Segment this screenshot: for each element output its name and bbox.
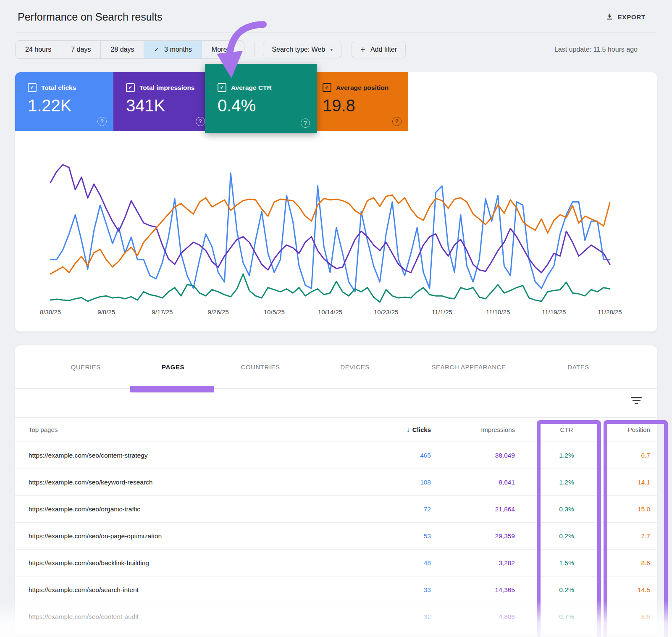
page-url-link[interactable]: https://example.com/seo/content-strategy <box>15 452 364 459</box>
date-range-3-months[interactable]: ✓3 months <box>144 41 201 58</box>
ctr-value: 1.2% <box>541 452 592 459</box>
column-header-impressions[interactable]: Impressions <box>431 426 515 433</box>
position-value: 14.5 <box>602 586 657 594</box>
ctr-value: 0.2% <box>541 586 592 594</box>
x-axis-tick-label: 8/30/25 <box>40 308 61 316</box>
table-row[interactable]: https://example.com/seo/backlink-buildin… <box>15 550 657 576</box>
search-type-dropdown[interactable]: Search type: Web ▾ <box>263 41 341 58</box>
dimensions-panel: QUERIESPAGESCOUNTRIESDEVICESSEARCH APPEA… <box>15 345 657 634</box>
metric-card-average-ctr[interactable]: ✓Average CTR0.4%? <box>205 64 317 133</box>
last-update-text: Last update: 11.5 hours ago <box>554 46 638 53</box>
column-header-top-pages[interactable]: Top pages <box>15 426 364 433</box>
x-axis-tick-label: 9/26/25 <box>208 308 229 316</box>
metric-checkbox-checked[interactable]: ✓ <box>218 83 226 92</box>
metric-card-label: Total impressions <box>139 84 195 92</box>
tab-queries[interactable]: QUERIES <box>71 345 100 388</box>
help-icon[interactable]: ? <box>301 118 310 128</box>
table-row[interactable]: https://example.com/seo/search-intent331… <box>15 576 657 603</box>
date-range-28-days[interactable]: 28 days <box>100 41 144 58</box>
impressions-value: 29,359 <box>431 532 515 540</box>
ctr-value: 0.3% <box>541 505 592 513</box>
x-axis-tick-label: 9/17/25 <box>152 308 173 316</box>
chevron-down-icon: ▾ <box>232 47 234 53</box>
export-button[interactable]: EXPORT <box>606 13 646 22</box>
metric-checkbox-checked[interactable]: ✓ <box>323 83 331 92</box>
table-filter-row <box>15 389 657 418</box>
add-filter-button[interactable]: + Add filter <box>352 41 406 58</box>
metric-card-header: ✓Total clicks <box>15 72 113 92</box>
date-range-7-days[interactable]: 7 days <box>61 41 100 58</box>
tab-countries[interactable]: COUNTRIES <box>241 345 280 388</box>
tab-search-appearance[interactable]: SEARCH APPEARANCE <box>432 345 506 388</box>
more-date-ranges-dropdown[interactable]: More▾ <box>202 41 244 58</box>
x-axis-tick-label: 10/5/25 <box>264 308 285 316</box>
help-icon[interactable]: ? <box>392 117 402 126</box>
page-url-link[interactable]: https://example.com/seo/on-page-optimiza… <box>15 532 364 540</box>
date-range-24-hours[interactable]: 24 hours <box>16 41 61 58</box>
date-range-label: 7 days <box>71 46 91 53</box>
metric-checkbox-checked[interactable]: ✓ <box>126 83 135 92</box>
metric-card-header: ✓Total impressions <box>113 72 212 92</box>
ctr-value: 1.5% <box>541 559 592 567</box>
page-url-link[interactable]: https://example.com/seo/backlink-buildin… <box>15 559 364 567</box>
metric-card-total-impressions[interactable]: ✓Total impressions341K? <box>113 72 212 131</box>
table-row[interactable]: https://example.com/seo/organic-traffic7… <box>15 496 657 523</box>
metric-card-label: Average position <box>336 84 388 92</box>
table-header-row: Top pages ↓Clicks Impressions CTR Positi… <box>15 418 657 442</box>
position-value: 8.6 <box>602 613 657 621</box>
performance-line-chart[interactable] <box>48 156 636 313</box>
clicks-value: 33 <box>364 586 431 594</box>
metric-card-value: 341K <box>113 96 212 115</box>
column-header-ctr[interactable]: CTR <box>541 426 592 433</box>
page-url-link[interactable]: https://example.com/seo/content-audit <box>15 613 364 621</box>
metric-card-average-position[interactable]: ✓Average position19.8? <box>310 72 408 131</box>
ctr-value: 1.2% <box>541 479 592 486</box>
page-url-link[interactable]: https://example.com/seo/search-intent <box>15 586 364 594</box>
tab-pages[interactable]: PAGES <box>162 345 184 388</box>
download-icon <box>606 13 614 22</box>
x-axis-tick-label: 11/28/25 <box>598 308 622 316</box>
table-row[interactable]: https://example.com/seo/keyword-research… <box>15 469 657 496</box>
x-axis-tick-label: 11/1/25 <box>432 308 452 316</box>
line-series-impressions <box>50 165 610 273</box>
chart-panel: ✓Total clicks1.22K?✓Total impressions341… <box>15 72 657 332</box>
x-axis-tick-label: 9/8/25 <box>97 308 115 316</box>
x-axis-tick-label: 11/10/25 <box>486 308 510 316</box>
impressions-value: 3,282 <box>431 559 515 567</box>
x-axis-tick-label: 11/19/25 <box>542 308 566 316</box>
metric-card-total-clicks[interactable]: ✓Total clicks1.22K? <box>15 72 113 131</box>
metric-cards-row: ✓Total clicks1.22K?✓Total impressions341… <box>15 72 657 133</box>
page-url-link[interactable]: https://example.com/seo/keyword-research <box>15 479 364 486</box>
tab-devices[interactable]: DEVICES <box>340 345 369 388</box>
column-header-clicks[interactable]: ↓Clicks <box>364 426 431 433</box>
position-value: 7.7 <box>602 532 657 540</box>
filter-toolbar: 24 hours7 days28 days✓3 monthsMore▾ Sear… <box>15 41 657 58</box>
table-row[interactable]: https://example.com/seo/on-page-optimiza… <box>15 523 657 550</box>
metric-card-header: ✓Average CTR <box>205 64 317 92</box>
clicks-value: 48 <box>364 559 431 567</box>
date-range-label: 28 days <box>110 46 134 53</box>
help-icon[interactable]: ? <box>97 117 107 126</box>
impressions-value: 21,864 <box>431 505 515 513</box>
filter-list-icon[interactable] <box>631 397 642 406</box>
impressions-value: 4,806 <box>431 613 515 621</box>
impressions-value: 14,365 <box>431 586 515 594</box>
chevron-down-icon: ▾ <box>330 47 333 53</box>
add-filter-label: Add filter <box>370 46 397 53</box>
more-label: More <box>212 46 227 53</box>
column-header-position[interactable]: Position <box>602 426 657 433</box>
line-series-clicks <box>50 173 610 292</box>
table-row[interactable]: https://example.com/seo/content-audit324… <box>15 603 657 630</box>
impressions-value: 38,049 <box>431 452 515 459</box>
table-row[interactable]: https://example.com/seo/content-strategy… <box>15 442 657 469</box>
chart-x-axis-labels: 8/30/259/8/259/17/259/26/2510/5/2510/14/… <box>15 308 657 318</box>
page-url-link[interactable]: https://example.com/seo/organic-traffic <box>15 505 364 513</box>
line-series-ctr <box>50 274 610 302</box>
impressions-value: 8,641 <box>431 479 515 486</box>
export-label: EXPORT <box>618 13 646 21</box>
clicks-value: 72 <box>364 505 431 513</box>
metric-checkbox-checked[interactable]: ✓ <box>28 83 37 92</box>
page-header: Performance on Search results EXPORT <box>0 0 672 32</box>
help-icon[interactable]: ? <box>196 117 205 126</box>
tab-dates[interactable]: DATES <box>567 345 589 388</box>
